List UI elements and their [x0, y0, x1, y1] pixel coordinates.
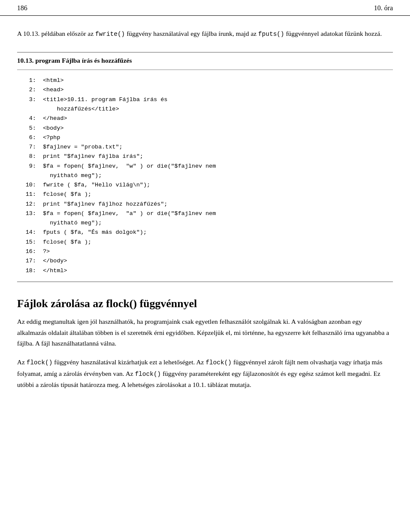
intro-paragraph: A 10.13. példában először az fwrite() fü… [17, 29, 393, 39]
intro-text-before-code1: A 10.13. példában először az [17, 30, 95, 37]
program-box: 10.13. program Fájlba írás és hozzáfűzés… [17, 52, 393, 282]
program-title: 10.13. program Fájlba írás és hozzáfűzés [17, 52, 393, 70]
main-content: A 10.13. példában először az fwrite() fü… [0, 29, 410, 415]
fwrite-code: fwrite() [95, 31, 125, 38]
page-header: 186 10. óra [0, 0, 410, 16]
page-container: 186 10. óra A 10.13. példában először az… [0, 0, 410, 532]
page-number: 186 [17, 4, 27, 12]
intro-text-mid1: függvény használatával egy fájlba írunk,… [125, 30, 258, 37]
body-paragraph-1: Az eddig megtanultak igen jól használhat… [17, 316, 393, 349]
intro-text-mid2: függvénnyel adatokat fűzünk hozzá. [284, 30, 382, 37]
fputs-code: fputs() [258, 31, 284, 38]
flock-code-1: flock() [26, 359, 53, 366]
program-label: 10.13. program [17, 57, 60, 64]
chapter-title: 10. óra [374, 4, 393, 12]
flock-code-3: flock() [135, 371, 161, 378]
flock-code-2: flock() [205, 359, 231, 366]
program-subtitle: Fájlba írás és hozzáfűzés [62, 57, 132, 64]
body-paragraph-2: Az flock() függvény használatával kizárh… [17, 357, 393, 390]
section-heading: Fájlok zárolása az flock() függvénnyel [17, 297, 393, 310]
code-block: 1: <html> 2: <head> 3: <title>10.11. pro… [17, 70, 393, 282]
